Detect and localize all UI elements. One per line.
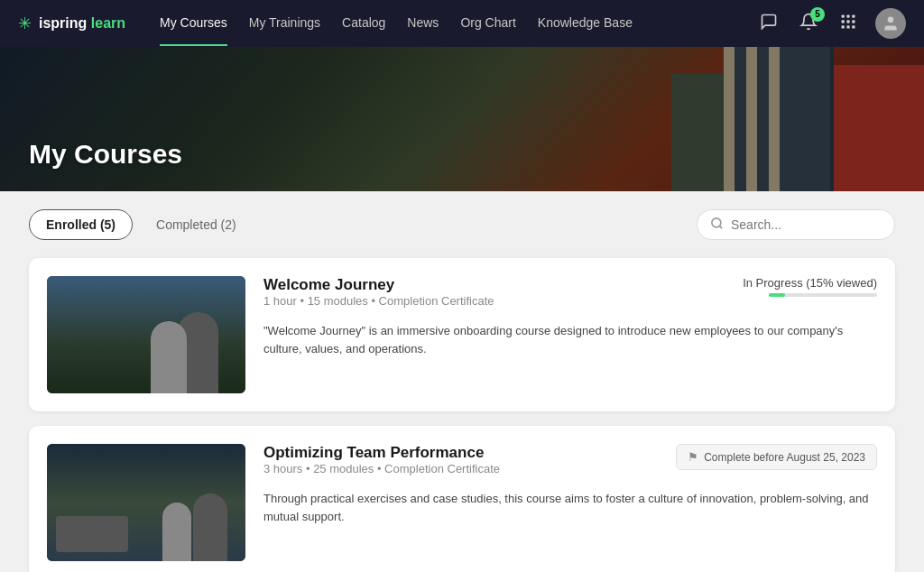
course-card-optimizing[interactable]: Optimizing Team Performance 3 hours • 25…: [29, 426, 895, 572]
course-title-1: Welcome Journey: [263, 276, 494, 294]
tab-enrolled[interactable]: Enrolled (5): [29, 209, 133, 240]
course-header-2: Optimizing Team Performance 3 hours • 25…: [263, 444, 877, 484]
hero-banner: My Courses: [0, 47, 924, 191]
logo-learn: learn: [91, 15, 125, 31]
tab-completed[interactable]: Completed (2): [140, 210, 253, 239]
page-title: My Courses: [29, 139, 182, 170]
course-meta-1: 1 hour • 15 modules • Completion Certifi…: [263, 294, 494, 308]
thumb-table: [56, 516, 128, 552]
course-info-2: Optimizing Team Performance 3 hours • 25…: [263, 444, 877, 525]
user-avatar[interactable]: [875, 8, 906, 39]
nav-my-trainings[interactable]: My Trainings: [249, 1, 320, 46]
nav-org-chart[interactable]: Org Chart: [460, 1, 515, 46]
notifications-button[interactable]: 5: [796, 9, 821, 39]
course-card-welcome-journey[interactable]: Welcome Journey 1 hour • 15 modules • Co…: [29, 258, 895, 411]
tabs-row: Enrolled (5) Completed (2): [29, 209, 895, 240]
svg-rect-0: [842, 14, 845, 17]
thumb-person-1b: [151, 321, 187, 393]
course-thumbnail-1: [47, 276, 245, 393]
nav-my-courses[interactable]: My Courses: [160, 1, 227, 46]
deadline-text: Complete before August 25, 2023: [704, 451, 865, 464]
svg-rect-5: [852, 20, 855, 23]
nav-news[interactable]: News: [407, 1, 439, 46]
course-desc-1: "Welcome Journey" is an immersive onboar…: [263, 322, 877, 357]
course-title-2: Optimizing Team Performance: [263, 444, 500, 462]
search-wrapper: [697, 209, 895, 240]
navbar: ✳ ispring learn My Courses My Trainings …: [0, 0, 924, 47]
notification-badge: 5: [810, 7, 825, 22]
svg-rect-8: [852, 25, 855, 28]
course-title-group: Welcome Journey 1 hour • 15 modules • Co…: [263, 276, 494, 317]
nav-knowledge-base[interactable]: Knowledge Base: [538, 1, 633, 46]
svg-line-11: [719, 226, 722, 228]
svg-rect-3: [842, 20, 845, 23]
course-thumbnail-2: [47, 444, 245, 561]
progress-bar-bg-1: [769, 293, 877, 297]
svg-rect-2: [852, 14, 855, 17]
nav-links: My Courses My Trainings Catalog News Org…: [160, 1, 731, 46]
logo-text: ispring learn: [39, 15, 125, 32]
hero-overlay: [0, 47, 924, 191]
logo-icon: ✳: [18, 14, 32, 33]
course-header-1: Welcome Journey 1 hour • 15 modules • Co…: [263, 276, 877, 317]
nav-icons: 5: [756, 8, 906, 39]
search-input[interactable]: [731, 217, 882, 232]
search-icon: [710, 217, 724, 233]
svg-point-10: [712, 218, 721, 227]
apps-button[interactable]: [836, 9, 861, 39]
course-title-group-2: Optimizing Team Performance 3 hours • 25…: [263, 444, 500, 484]
chat-button[interactable]: [756, 9, 781, 39]
progress-bar-fill-1: [769, 293, 785, 297]
svg-rect-7: [846, 25, 849, 28]
course-info-1: Welcome Journey 1 hour • 15 modules • Co…: [263, 276, 877, 357]
flag-icon: ⚑: [688, 450, 698, 464]
logo[interactable]: ✳ ispring learn: [18, 14, 125, 33]
svg-rect-6: [842, 25, 845, 28]
logo-ispring: ispring: [39, 15, 87, 31]
course-desc-2: Through practical exercises and case stu…: [263, 490, 877, 525]
svg-point-9: [888, 17, 894, 23]
svg-rect-1: [846, 14, 849, 17]
progress-label-1: In Progress (15% viewed): [743, 276, 877, 290]
deadline-badge: ⚑ Complete before August 25, 2023: [676, 444, 877, 470]
main-content: Enrolled (5) Completed (2) Welcome Journ…: [0, 191, 924, 572]
course-meta-2: 3 hours • 25 modules • Completion Certif…: [263, 462, 500, 475]
svg-rect-4: [846, 20, 849, 23]
nav-catalog[interactable]: Catalog: [342, 1, 385, 46]
thumb-person-2b: [162, 503, 191, 561]
progress-section-1: In Progress (15% viewed): [743, 276, 877, 297]
thumb-person-2a: [193, 494, 227, 561]
